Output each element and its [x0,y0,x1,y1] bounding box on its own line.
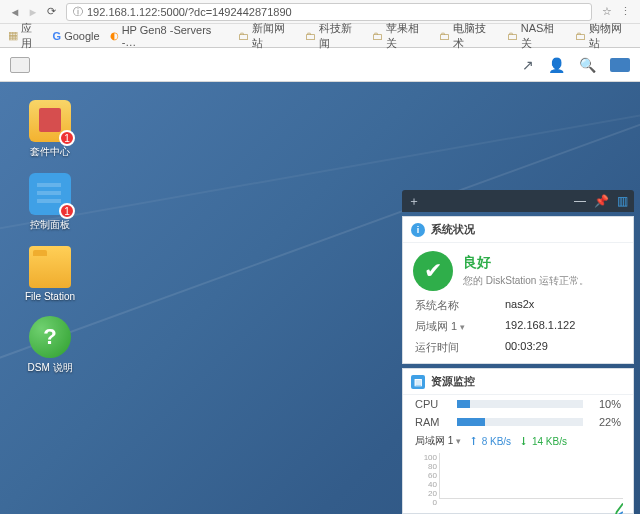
cpu-bar [457,400,583,408]
widgets-icon[interactable] [610,58,630,72]
badge: 1 [59,203,75,219]
health-description: 您的 DiskStation 运转正常。 [463,274,589,288]
google-icon: G [53,30,62,42]
info-icon: i [411,223,425,237]
ram-bar [457,418,583,426]
hp-icon: ◐ [110,30,119,41]
bookmarks-bar: ▦应用 GGoogle ◐HP Gen8 -Servers -… 🗀新闻网站 🗀… [0,24,640,48]
layout-button[interactable]: ▥ [617,194,628,208]
add-widget-button[interactable]: ＋ [408,193,420,210]
folder-icon: 🗀 [305,30,316,42]
bookmark-shop[interactable]: 🗀购物网站 [575,21,632,51]
bookmark-hp[interactable]: ◐HP Gen8 -Servers -… [110,24,228,48]
bookmark-nas[interactable]: 🗀NAS相关 [507,21,565,51]
bookmark-google[interactable]: GGoogle [53,30,100,42]
folder-icon: 🗀 [507,30,518,42]
address-bar[interactable]: ⓘ 192.168.1.122:5000/?dc=1492442871890 [66,3,592,21]
forward-button: ► [24,6,42,18]
upload-rate: 🠕 8 KB/s [469,436,511,447]
user-icon[interactable]: 👤 [548,57,565,73]
monitor-icon: ▤ [411,375,425,389]
health-status: 良好 [463,254,589,272]
bookmark-pc[interactable]: 🗀电脑技术 [439,21,496,51]
bookmark-apple[interactable]: 🗀苹果相关 [372,21,429,51]
reload-button[interactable]: ⟳ [42,5,60,18]
folder-icon: 🗀 [575,30,586,42]
widget-panel: ＋ — 📌 ▥ i系统状况 ✔ 良好 您的 DiskStation 运转正常。 … [402,190,634,514]
desktop-icons: 1 套件中心 1 控制面板 File Station DSM 说明 [20,100,100,389]
bookmark-tech[interactable]: 🗀科技新闻 [305,21,362,51]
back-button[interactable]: ◄ [6,6,24,18]
download-rate: 🠗 14 KB/s [519,436,567,447]
pin-button[interactable]: 📌 [594,194,609,208]
dsm-taskbar: ↗ 👤 🔍 [0,48,640,82]
search-icon[interactable]: 🔍 [579,57,596,73]
badge: 1 [59,130,75,146]
bookmark-apps[interactable]: ▦应用 [8,21,43,51]
lan-dropdown[interactable]: 局域网 1 [415,434,461,448]
bookmark-star-icon[interactable]: ☆ [598,5,616,18]
browser-menu-icon[interactable]: ⋮ [616,5,634,18]
info-icon: ⓘ [73,5,83,19]
resource-monitor-card: ▤资源监控 CPU 10% RAM 22% 局域网 1 🠕 8 KB/s 🠗 1… [402,368,634,514]
minimize-button[interactable]: — [574,194,586,208]
system-health-card: i系统状况 ✔ 良好 您的 DiskStation 运转正常。 系统名称nas2… [402,216,634,364]
health-check-icon: ✔ [413,251,453,291]
bookmark-news[interactable]: 🗀新闻网站 [238,21,295,51]
network-chart [439,453,623,499]
external-access-icon[interactable]: ↗ [522,57,534,73]
lan-dropdown[interactable]: 局域网 1 [415,319,505,334]
chart-y-axis: 100806040200 [413,453,439,507]
folder-icon: 🗀 [372,30,383,42]
dsm-help-icon[interactable]: DSM 说明 [20,316,80,375]
widget-panel-header: ＋ — 📌 ▥ [402,190,634,212]
control-panel-icon[interactable]: 1 控制面板 [20,173,80,232]
desktop[interactable]: 1 套件中心 1 控制面板 File Station DSM 说明 ＋ — 📌 … [0,82,640,514]
apps-icon: ▦ [8,29,18,42]
folder-icon: 🗀 [439,30,450,42]
package-center-icon[interactable]: 1 套件中心 [20,100,80,159]
folder-icon: 🗀 [238,30,249,42]
main-menu-button[interactable] [10,57,30,73]
file-station-icon[interactable]: File Station [20,246,80,302]
url-text: 192.168.1.122:5000/?dc=1492442871890 [87,6,292,18]
